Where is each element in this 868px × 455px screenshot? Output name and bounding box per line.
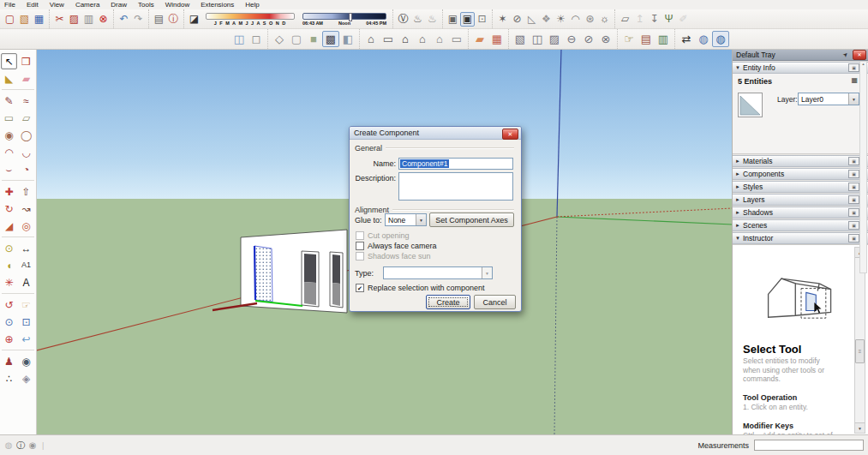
materials-detach-icon[interactable]: ▣: [848, 157, 859, 165]
scenes-expand-icon[interactable]: ►: [733, 223, 743, 228]
interact-icon[interactable]: ☞: [620, 31, 638, 47]
instructor-detach-icon[interactable]: ▣: [848, 234, 859, 242]
hidden-line-icon[interactable]: ▢: [288, 31, 305, 47]
sphere-light-icon[interactable]: ⊛: [583, 12, 597, 27]
scale-icon[interactable]: ◢: [1, 218, 17, 234]
type-dropdown-arrow-icon[interactable]: ▼: [482, 267, 492, 278]
dimension-icon[interactable]: ↔: [18, 240, 34, 256]
scrollbar-thumb[interactable]: ≡: [855, 339, 865, 363]
menu-file[interactable]: File: [0, 1, 22, 9]
set-component-axes-button[interactable]: Set Component Axes: [429, 213, 514, 227]
position-camera-icon[interactable]: ♟: [1, 353, 17, 369]
menu-view[interactable]: View: [45, 1, 71, 9]
show-terrain-icon[interactable]: ◍: [712, 31, 729, 47]
instructor-expand-icon[interactable]: ▼: [733, 236, 743, 241]
eraser-icon[interactable]: ▰: [18, 70, 34, 87]
glue-dropdown-arrow-icon[interactable]: ▼: [416, 214, 426, 225]
replace-selection-checkbox[interactable]: ✔: [356, 284, 364, 292]
new-file-icon[interactable]: ▢: [3, 12, 17, 27]
shadow-toggle-icon[interactable]: ◪: [187, 12, 201, 27]
vray-fur-icon[interactable]: Ψ: [661, 12, 676, 27]
layers-expand-icon[interactable]: ►: [733, 197, 743, 202]
frame-buffer-icon[interactable]: ▣: [446, 12, 460, 27]
paste-icon[interactable]: ▥: [81, 12, 96, 27]
panel-shadows[interactable]: ► Shadows ▣: [733, 207, 868, 219]
name-field[interactable]: Component#1: [398, 158, 513, 170]
view-left-icon[interactable]: ▭: [448, 31, 465, 47]
view-right-icon[interactable]: ⌂: [414, 31, 431, 47]
layer-dropdown-arrow-icon[interactable]: ▼: [848, 93, 859, 105]
section-plane-icon[interactable]: ▰: [471, 31, 488, 47]
section-display-icon[interactable]: ▦: [488, 31, 506, 47]
two-point-arc-icon[interactable]: ◡: [18, 144, 34, 160]
tray-scrollbar[interactable]: ▲: [859, 61, 867, 273]
text-tool-icon[interactable]: A1: [18, 257, 34, 273]
dialog-title-bar[interactable]: Create Component: [350, 127, 521, 140]
vray-interactive-render-icon[interactable]: ♨: [425, 12, 440, 27]
ies-light-icon[interactable]: ❖: [539, 12, 554, 27]
time-slider-handle[interactable]: [349, 13, 352, 21]
menu-tools[interactable]: Tools: [134, 1, 161, 9]
open-file-icon[interactable]: ▧: [17, 12, 32, 27]
month-slider-track[interactable]: [206, 13, 295, 20]
select-tool-icon[interactable]: ↖: [1, 53, 17, 69]
zoom-previous-icon[interactable]: ↩: [18, 331, 34, 347]
view-top-icon[interactable]: ▭: [380, 31, 397, 47]
model-info-icon[interactable]: ⓘ: [166, 12, 181, 27]
entity-details-icon[interactable]: ▦: [851, 76, 858, 84]
redo-icon[interactable]: ↷: [131, 12, 146, 27]
panel-instructor[interactable]: ▼ Instructor ▣: [733, 232, 868, 244]
menu-help[interactable]: Help: [241, 1, 266, 9]
back-edges-icon[interactable]: ◻: [248, 31, 265, 47]
shadows-expand-icon[interactable]: ►: [733, 210, 743, 215]
components-expand-icon[interactable]: ►: [733, 171, 743, 177]
monochrome-icon[interactable]: ◧: [339, 31, 356, 47]
push-pull-icon[interactable]: ⇧: [18, 183, 34, 200]
cut-icon[interactable]: ✂: [52, 12, 67, 27]
print-icon[interactable]: ▤: [152, 12, 166, 27]
styles-expand-icon[interactable]: ►: [733, 184, 743, 189]
cancel-button[interactable]: Cancel: [474, 295, 516, 309]
infinite-plane-icon[interactable]: ▱: [618, 12, 632, 27]
time-slider-track[interactable]: [302, 13, 386, 20]
proxy-export-icon[interactable]: ↥: [632, 12, 647, 27]
look-around-icon[interactable]: ◉: [18, 353, 34, 369]
zoom-extents-icon[interactable]: ⊕: [1, 331, 17, 347]
menu-camera[interactable]: Camera: [71, 1, 106, 9]
geolocation-icon[interactable]: ◍: [3, 440, 15, 452]
trim-icon[interactable]: ⊘: [580, 31, 597, 47]
door-opening-2-lower[interactable]: [332, 283, 340, 306]
lock-camera-icon[interactable]: ⊡: [475, 12, 489, 27]
move-icon[interactable]: ✚: [1, 183, 17, 200]
copy-icon[interactable]: ▨: [67, 12, 81, 27]
make-component-icon[interactable]: ❒: [18, 53, 34, 69]
menu-draw[interactable]: Draw: [106, 1, 134, 9]
rectangle-icon[interactable]: ▭: [1, 110, 17, 126]
layer-dropdown[interactable]: Layer0 ▼: [798, 93, 859, 105]
paint-bucket-icon[interactable]: ◣: [1, 70, 17, 87]
zoom-window-icon[interactable]: ⊡: [18, 314, 34, 330]
section-plane-tool-icon[interactable]: ◈: [18, 370, 34, 386]
account-icon[interactable]: ◉: [27, 440, 39, 452]
dialog-close-button[interactable]: ✕: [502, 129, 518, 140]
scroll-down-icon[interactable]: ▼: [855, 422, 865, 433]
follow-me-icon[interactable]: ↝: [18, 201, 34, 217]
tray-close-button[interactable]: ✕: [853, 50, 866, 60]
axes-icon[interactable]: ✳: [1, 274, 17, 290]
three-point-arc-icon[interactable]: ⌣: [1, 161, 17, 177]
measurements-input[interactable]: [754, 440, 864, 451]
view-iso-icon[interactable]: ⌂: [362, 31, 380, 47]
view-back-icon[interactable]: ⌂: [431, 31, 448, 47]
styles-detach-icon[interactable]: ▣: [848, 183, 859, 191]
walk-icon[interactable]: ∴: [1, 370, 17, 386]
panel-scenes[interactable]: ► Scenes ▣: [733, 219, 868, 231]
menu-window[interactable]: Window: [161, 1, 196, 9]
zoom-icon[interactable]: ⊙: [1, 314, 17, 330]
dome-light-icon[interactable]: ◠: [568, 12, 583, 27]
pan-icon[interactable]: ☞: [18, 296, 34, 313]
xray-icon[interactable]: ◫: [230, 31, 248, 47]
add-location-icon[interactable]: ◍: [695, 31, 712, 47]
selected-face[interactable]: [254, 246, 272, 302]
tape-measure-icon[interactable]: ⊙: [1, 240, 17, 256]
three-d-text-icon[interactable]: A: [18, 274, 34, 290]
